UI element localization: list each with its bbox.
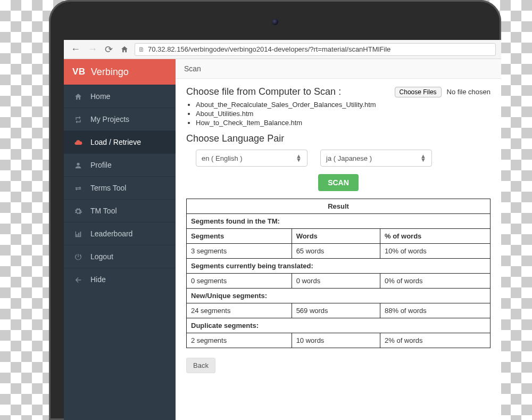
tablet-camera — [272, 19, 278, 25]
gear-icon — [73, 206, 83, 216]
sidebar-item-label: Home — [90, 92, 110, 101]
app-container: VB Verbingo Home My Projects — [64, 59, 501, 420]
cell-segments: 2 segments — [187, 333, 292, 348]
brand-name: Verbingo — [91, 67, 129, 78]
sidebar-item-label: My Projects — [90, 115, 129, 123]
result-section-title: Duplicate segments: — [187, 318, 491, 333]
file-status-text: No file chosen — [447, 88, 491, 96]
language-pair-row: en ( English ) ▲▼ ja ( Japanese ) ▲▼ — [196, 150, 491, 167]
scan-button[interactable]: SCAN — [318, 174, 359, 191]
choose-file-row: Choose file from Computer to Scan : Choo… — [186, 86, 491, 97]
caret-icon: ▲▼ — [296, 154, 302, 161]
source-language-value: en ( English ) — [202, 154, 243, 162]
exchange-icon — [73, 183, 83, 193]
file-list-item: About_Utilities.htm — [196, 110, 491, 118]
sidebar-item-leaderboard[interactable]: Leaderboard — [64, 222, 176, 245]
sidebar-item-label: Load / Retrieve — [90, 138, 141, 146]
cell-segments: 0 segments — [187, 274, 292, 289]
sidebar-item-label: Terms Tool — [90, 184, 126, 192]
sidebar-item-terms-tool[interactable]: Terms Tool — [64, 176, 176, 199]
bar-chart-icon — [73, 229, 83, 238]
sidebar-item-my-projects[interactable]: My Projects — [64, 108, 176, 130]
brand-header: VB Verbingo — [64, 59, 176, 85]
url-bar[interactable]: 🗎 70.32.82.156/verbingodev/verbingo2014-… — [135, 43, 496, 56]
col-header: Words — [292, 229, 380, 244]
sidebar-item-profile[interactable]: Profile — [64, 153, 176, 176]
content: Choose file from Computer to Scan : Choo… — [176, 79, 501, 381]
sidebar-item-load-retrieve[interactable]: Load / Retrieve — [64, 130, 176, 153]
result-section-title: Segments found in the TM: — [187, 214, 491, 229]
sidebar-item-tm-tool[interactable]: TM Tool — [64, 199, 176, 222]
tablet-frame: ← → ⟳ 🗎 70.32.82.156/verbingodev/verbing… — [49, 0, 501, 420]
sidebar-item-label: TM Tool — [90, 207, 117, 215]
forward-nav-icon[interactable]: → — [86, 44, 99, 55]
back-button[interactable]: Back — [186, 358, 215, 373]
cell-percent: 10% of words — [380, 244, 491, 259]
result-section-title: Segments currently being translated: — [187, 259, 491, 274]
home-icon — [73, 92, 83, 101]
sidebar: VB Verbingo Home My Projects — [64, 59, 176, 420]
page-title: Scan — [176, 59, 501, 79]
screen: ← → ⟳ 🗎 70.32.82.156/verbingodev/verbing… — [64, 40, 501, 420]
file-list-item: About_the_Recalculate_Sales_Order_Balanc… — [196, 101, 491, 109]
caret-icon: ▲▼ — [420, 154, 426, 161]
power-icon — [73, 252, 83, 261]
retweet-icon — [73, 114, 83, 124]
cell-words: 10 words — [292, 333, 380, 348]
col-header: % of words — [380, 229, 491, 244]
brand-logo: VB — [72, 67, 86, 77]
sidebar-item-label: Logout — [90, 252, 113, 261]
target-language-value: ja ( Japanese ) — [326, 154, 372, 162]
main-panel: Scan Choose file from Computer to Scan :… — [176, 59, 501, 420]
cell-percent: 2% of words — [380, 333, 491, 348]
arrow-left-icon — [73, 275, 83, 284]
home-nav-icon[interactable] — [119, 44, 130, 55]
result-title: Result — [187, 199, 491, 214]
file-list: About_the_Recalculate_Sales_Order_Balanc… — [196, 101, 491, 127]
source-language-select[interactable]: en ( English ) ▲▼ — [196, 150, 307, 167]
cell-words: 0 words — [292, 274, 380, 289]
cell-segments: 3 segments — [187, 244, 292, 259]
cell-percent: 88% of words — [380, 303, 491, 318]
back-nav-icon[interactable]: ← — [69, 44, 82, 55]
cell-words: 65 words — [292, 244, 380, 259]
cell-segments: 24 segments — [187, 303, 292, 318]
cell-words: 569 words — [292, 303, 380, 318]
sidebar-item-home[interactable]: Home — [64, 85, 176, 108]
result-table: Result Segments found in the TM: Segment… — [186, 199, 491, 348]
sidebar-item-label: Leaderboard — [90, 229, 132, 238]
browser-toolbar: ← → ⟳ 🗎 70.32.82.156/verbingodev/verbing… — [64, 40, 501, 59]
language-pair-label: Choose Language Pair — [186, 133, 491, 144]
result-section-title: New/Unique segments: — [187, 289, 491, 303]
user-icon — [73, 160, 83, 170]
reload-icon[interactable]: ⟳ — [103, 44, 114, 55]
cell-percent: 0% of words — [380, 274, 491, 289]
cloud-icon — [73, 137, 83, 147]
sidebar-item-logout[interactable]: Logout — [64, 245, 176, 268]
file-list-item: How_to_Check_Item_Balance.htm — [196, 119, 491, 127]
page-icon: 🗎 — [138, 46, 145, 53]
choose-file-label: Choose file from Computer to Scan : — [186, 86, 389, 97]
col-header: Segments — [187, 229, 292, 244]
url-text: 70.32.82.156/verbingodev/verbingo2014-de… — [148, 45, 390, 53]
target-language-select[interactable]: ja ( Japanese ) ▲▼ — [320, 150, 432, 167]
sidebar-item-label: Hide — [90, 275, 106, 284]
choose-files-button[interactable]: Choose Files — [395, 87, 442, 97]
sidebar-item-hide[interactable]: Hide — [64, 268, 176, 291]
sidebar-item-label: Profile — [90, 161, 112, 169]
